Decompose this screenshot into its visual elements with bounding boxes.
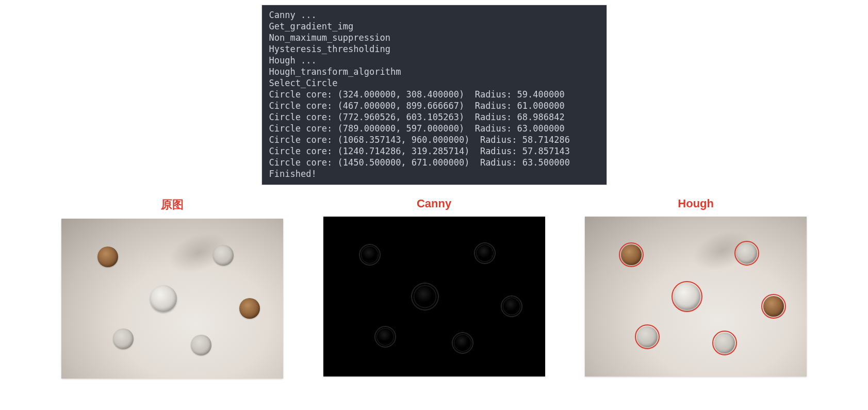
coin-bottom-left-edge [374,326,396,348]
coin-top-left-edge [359,244,381,266]
image-original [61,219,283,379]
image-row: 原图 Canny Hough [0,185,868,394]
coin-mid-right-edge [501,296,522,317]
coin-center [674,283,700,310]
coin-top-left [621,244,642,265]
coin-bottom-left [637,326,658,347]
coin-bottom-right [714,333,735,353]
coin-center-edge [411,283,439,310]
coin-bottom-right-edge [452,332,473,354]
coin-top-right [736,243,757,264]
coin-bottom-left [113,329,134,349]
image-canny [323,217,545,376]
col-hough: Hough [580,197,811,376]
coin-mid-right [763,296,784,317]
caption-original: 原图 [161,197,184,212]
terminal-output: Canny ... Get_gradient_img Non_maximum_s… [262,5,607,185]
caption-hough: Hough [678,197,714,210]
coin-top-right [213,245,234,266]
coin-bottom-right [191,335,211,355]
col-canny: Canny [319,197,550,376]
image-hough [585,217,807,376]
coin-top-left [97,247,118,267]
col-original: 原图 [57,197,288,379]
coin-top-right-edge [474,242,496,264]
coin-center [150,285,177,312]
coin-mid-right [239,298,260,319]
caption-canny: Canny [417,197,451,210]
